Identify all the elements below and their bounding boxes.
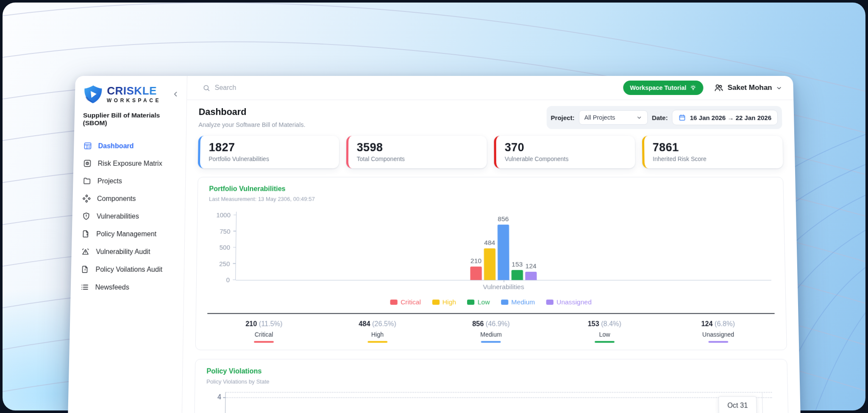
workspace-tutorial-button[interactable]: Workspace Tutorial bbox=[623, 81, 704, 95]
legend-item-unassigned[interactable]: Unassigned bbox=[546, 298, 592, 306]
stat-value: 370 bbox=[505, 141, 626, 154]
y-axis-tick-label: 500 bbox=[209, 244, 230, 251]
sidebar-item-risk-exposure-matrix[interactable]: Risk Exposure Matrix bbox=[73, 155, 186, 172]
y-axis-tick bbox=[223, 397, 225, 398]
sidebar-collapse-icon[interactable] bbox=[171, 90, 180, 98]
brand-subname: WORKSPACE bbox=[107, 98, 161, 103]
project-select[interactable]: All Projects bbox=[579, 110, 648, 125]
document-alert-icon bbox=[81, 265, 90, 274]
legend-item-critical[interactable]: Critical bbox=[390, 298, 421, 306]
topbar: Workspace Tutorial Saket Mohan bbox=[187, 76, 793, 100]
sidebar-item-label: Policy Voilations Audit bbox=[95, 265, 162, 273]
legend-swatch bbox=[467, 299, 474, 304]
sidebar-item-label: Vulnerabilities bbox=[97, 212, 139, 220]
y-axis-tick-label: 750 bbox=[210, 228, 231, 234]
gridline bbox=[225, 397, 772, 398]
sidebar-item-dashboard[interactable]: Dashboard bbox=[74, 137, 186, 154]
severity-underline bbox=[254, 341, 274, 343]
sidebar-item-policy-voilations-audit[interactable]: Policy Voilations Audit bbox=[71, 260, 184, 278]
severity-name: Low bbox=[548, 331, 662, 338]
legend-swatch bbox=[432, 299, 439, 304]
stat-value: 1827 bbox=[209, 141, 330, 154]
app-window: CRISKLE WORKSPACE Supplier Bill of Mater… bbox=[67, 76, 801, 413]
stat-card-vulnerable-components: 370Vulnerable Components bbox=[494, 136, 635, 168]
list-icon bbox=[80, 282, 89, 292]
stat-label: Inherited Risk Score bbox=[653, 156, 774, 162]
bar-critical[interactable] bbox=[470, 266, 481, 280]
sidebar-item-vulnerabilities[interactable]: Vulnerabilities bbox=[72, 207, 185, 225]
y-axis-tick-label: 1000 bbox=[210, 212, 231, 218]
bar-value-label: 153 bbox=[512, 260, 523, 268]
severity-stat-high: 484 (26.5%)High bbox=[320, 320, 434, 343]
document-icon bbox=[81, 229, 91, 238]
stat-label: Total Components bbox=[357, 156, 479, 162]
legend-label: Unassigned bbox=[556, 298, 592, 306]
severity-underline bbox=[367, 341, 387, 343]
user-menu[interactable]: Saket Mohan bbox=[713, 83, 782, 93]
bar-value-label: 484 bbox=[484, 239, 495, 247]
search-input[interactable] bbox=[214, 84, 350, 92]
bar-unassigned[interactable] bbox=[525, 272, 537, 280]
tooltip-date: Oct 31 bbox=[721, 402, 754, 410]
legend-label: Critical bbox=[401, 298, 421, 306]
sidebar-item-label: Dashboard bbox=[98, 142, 134, 150]
severity-percent: (26.5%) bbox=[370, 320, 396, 328]
main-area: Workspace Tutorial Saket Mohan bbox=[182, 76, 801, 413]
severity-stat-medium: 856 (46.9%)Medium bbox=[434, 320, 548, 343]
severity-percent: (8.4%) bbox=[599, 320, 622, 328]
severity-percent: (6.8%) bbox=[712, 320, 735, 328]
legend-item-high[interactable]: High bbox=[432, 298, 456, 306]
stat-card-total-components: 3598Total Components bbox=[346, 136, 487, 168]
policy-violations-card: Policy Violations Policy Violations by S… bbox=[194, 359, 789, 413]
sidebar-item-label: Risk Exposure Matrix bbox=[98, 159, 162, 167]
legend-item-medium[interactable]: Medium bbox=[501, 298, 535, 306]
stat-label: Portfolio Vulnerabilities bbox=[209, 156, 330, 162]
warning-signal-icon bbox=[81, 247, 90, 256]
legend-item-low[interactable]: Low bbox=[467, 298, 490, 306]
stat-card-inherited-risk-score: 7861Inherited Risk Score bbox=[642, 136, 783, 168]
stat-value: 7861 bbox=[653, 141, 774, 154]
sidebar-item-label: Newsfeeds bbox=[95, 283, 130, 291]
bar-high[interactable] bbox=[484, 248, 496, 280]
date-range-value: 16 Jan 2026 → 22 Jan 2026 bbox=[690, 114, 772, 121]
user-name: Saket Mohan bbox=[727, 84, 772, 92]
severity-stat-unassigned: 124 (6.8%)Unassigned bbox=[661, 320, 775, 343]
sidebar-nav: DashboardRisk Exposure MatrixProjectsCom… bbox=[70, 137, 186, 296]
tutorial-button-label: Workspace Tutorial bbox=[630, 84, 687, 91]
dashboard-icon bbox=[83, 141, 92, 150]
chart-legend: CriticalHighLowMediumUnassigned bbox=[207, 298, 774, 306]
logo-row: CRISKLE WORKSPACE bbox=[75, 76, 187, 104]
sidebar-item-label: Components bbox=[97, 195, 136, 202]
date-range-picker[interactable]: 16 Jan 2026 → 22 Jan 2026 bbox=[672, 110, 778, 125]
crosshair-line bbox=[762, 393, 764, 413]
stat-card-portfolio-vulnerabilities: 1827Portfolio Vulnerabilities bbox=[198, 136, 339, 168]
severity-name: Critical bbox=[207, 331, 320, 338]
bar-medium[interactable] bbox=[498, 224, 509, 280]
sidebar-item-label: Policy Management bbox=[96, 230, 156, 237]
y-axis-tick bbox=[233, 279, 236, 280]
sidebar-item-label: Vulnerability Audit bbox=[96, 248, 150, 255]
sidebar-item-policy-management[interactable]: Policy Management bbox=[72, 225, 184, 243]
sidebar-item-newsfeeds[interactable]: Newsfeeds bbox=[70, 278, 184, 296]
folder-icon bbox=[82, 176, 92, 185]
brand-name: CRISKLE bbox=[107, 85, 161, 96]
severity-underline bbox=[595, 341, 615, 343]
sidebar-item-components[interactable]: Components bbox=[72, 190, 185, 208]
severity-value: 484 bbox=[359, 320, 370, 328]
dashboard-content: Dashboard Analyze your Software Bill of … bbox=[182, 100, 801, 413]
bar-low[interactable] bbox=[512, 270, 523, 280]
legend-swatch bbox=[546, 299, 554, 304]
bar-value-label: 124 bbox=[526, 262, 537, 270]
severity-percent: (46.9%) bbox=[484, 320, 509, 328]
x-axis-tick bbox=[504, 280, 504, 282]
filters-bar: Project: All Projects Date: bbox=[546, 106, 782, 129]
legend-label: Low bbox=[478, 298, 490, 306]
risk-matrix-icon bbox=[83, 159, 92, 168]
y-axis-tick bbox=[233, 263, 236, 264]
sidebar-item-projects[interactable]: Projects bbox=[73, 172, 185, 190]
calendar-icon bbox=[679, 114, 686, 121]
criskle-logo-icon bbox=[83, 84, 103, 104]
sidebar-item-vulnerability-audit[interactable]: Vulnerability Audit bbox=[71, 243, 184, 260]
portfolio-plot: Vulnerabilities 100075050025002104848561… bbox=[235, 212, 771, 280]
components-icon bbox=[82, 194, 92, 203]
